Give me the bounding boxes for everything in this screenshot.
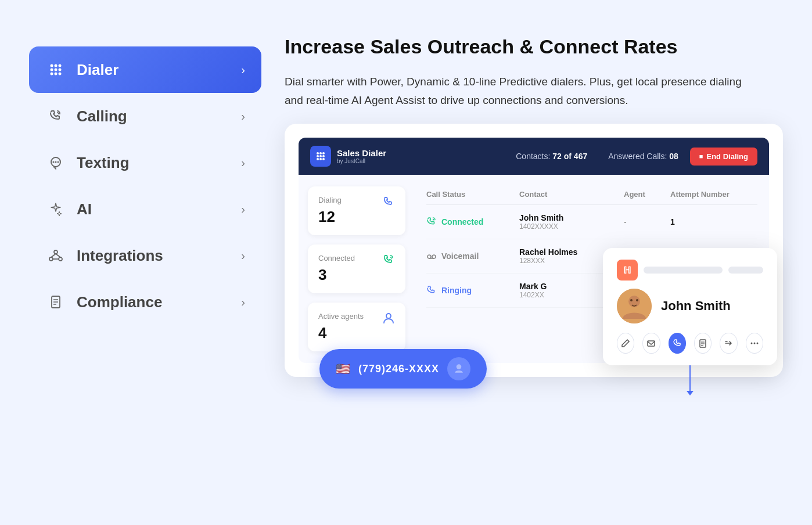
phone-bar: 🇺🇸 (779)246-XXXX [319, 349, 487, 389]
call-status-connected: Connected [426, 217, 519, 227]
dialer-icon [45, 59, 66, 80]
contacts-stat: Contacts: 72 of 467 [516, 152, 587, 161]
dialing-icon [382, 196, 395, 211]
col-call-status: Call Status [426, 190, 519, 199]
chevron-right-icon: › [241, 203, 245, 216]
sidebar-item-calling[interactable]: Calling › [29, 93, 261, 139]
sidebar-item-calling-label: Calling [77, 107, 231, 125]
svg-point-14 [49, 257, 53, 261]
sidebar-item-ai-label: AI [77, 200, 231, 218]
svg-point-29 [317, 158, 319, 160]
integrations-icon [45, 245, 66, 266]
dialer-header: Sales Dialer by JustCall Contacts: 72 of… [299, 138, 769, 175]
table-header: Call Status Contact Agent Attempt Number [426, 184, 757, 205]
svg-point-46 [750, 343, 752, 344]
chevron-right-icon: › [241, 63, 245, 77]
svg-point-5 [59, 69, 62, 71]
dialer-logo: Sales Dialer by JustCall [310, 146, 386, 167]
end-dialing-button[interactable]: End Dialing [690, 148, 757, 166]
dialer-logo-icon [310, 146, 331, 167]
sidebar-item-texting[interactable]: Texting › [29, 139, 261, 186]
active-agents-value: 4 [318, 324, 364, 342]
svg-point-3 [51, 69, 53, 71]
phone-avatar [447, 357, 470, 380]
chevron-right-icon: › [241, 249, 245, 262]
svg-point-32 [386, 314, 391, 318]
col-agent: Agent [624, 190, 670, 199]
agents-icon [382, 312, 395, 328]
svg-point-31 [322, 158, 325, 160]
svg-point-2 [59, 64, 62, 67]
contact-cell: John Smith 1402XXXXX [519, 213, 624, 231]
popup-email-button[interactable] [642, 333, 660, 354]
page-description: Dial smarter with Power, Dynamic & 10-li… [285, 73, 761, 110]
svg-rect-41 [648, 341, 655, 346]
svg-point-25 [322, 152, 325, 154]
active-agents-label: Active agents [318, 312, 364, 321]
sidebar-item-integrations[interactable]: Integrations › [29, 232, 261, 279]
call-status-ringing: Ringing [426, 285, 519, 296]
popup-transfer-button[interactable] [720, 333, 737, 354]
contact-popup: ℍ John Smith [603, 248, 777, 365]
dialer-brand-name: Sales Dialer [337, 149, 386, 159]
svg-point-39 [630, 299, 633, 301]
svg-point-28 [322, 155, 325, 157]
popup-actions [617, 333, 763, 354]
table-row: Connected John Smith 1402XXXXX - 1 [426, 205, 757, 239]
phone-flag: 🇺🇸 [336, 362, 350, 376]
svg-point-47 [753, 343, 755, 344]
chevron-right-icon: › [241, 110, 245, 123]
popup-arrow [687, 365, 694, 395]
chevron-right-icon: › [241, 156, 245, 170]
popup-edit-button[interactable] [617, 333, 634, 354]
agent-cell: - [624, 217, 670, 226]
svg-point-13 [54, 250, 58, 254]
crm-hubspot-icon: ℍ [617, 260, 638, 281]
svg-point-15 [59, 257, 62, 261]
answered-stat: Answered Calls: 08 [608, 152, 678, 161]
contacts-value: 72 of 467 [552, 152, 587, 161]
svg-point-24 [319, 152, 322, 154]
dialing-label: Dialing [318, 196, 342, 204]
svg-point-6 [51, 73, 53, 75]
svg-point-48 [756, 343, 758, 344]
stat-connected: Connected 3 [308, 244, 405, 293]
col-contact: Contact [519, 190, 624, 199]
svg-point-7 [55, 73, 58, 75]
sidebar-item-texting-label: Texting [77, 154, 231, 172]
dialer-stats: Contacts: 72 of 467 Answered Calls: 08 [516, 152, 678, 161]
connected-value: 3 [318, 266, 355, 284]
sidebar-item-compliance[interactable]: Compliance › [29, 279, 261, 325]
svg-point-8 [59, 73, 62, 75]
popup-contact-name: John Smith [661, 299, 731, 314]
dialer-brand-sub: by JustCall [337, 158, 386, 164]
sidebar-item-integrations-label: Integrations [77, 247, 231, 265]
sidebar-item-ai[interactable]: AI › [29, 186, 261, 232]
contact-avatar [617, 289, 652, 323]
svg-point-27 [319, 155, 322, 157]
popup-more-button[interactable] [746, 333, 763, 354]
ai-icon [45, 199, 66, 220]
svg-point-0 [51, 64, 53, 67]
svg-point-10 [53, 161, 55, 163]
sidebar-item-dialer-label: Dialer [77, 61, 231, 79]
svg-line-17 [56, 254, 60, 257]
dialing-value: 12 [318, 208, 342, 226]
dialer-ui-card: Sales Dialer by JustCall Contacts: 72 of… [285, 124, 783, 377]
svg-point-4 [55, 69, 58, 71]
texting-icon [45, 152, 66, 173]
popup-call-button[interactable] [669, 333, 686, 354]
page-heading: Increase Sales Outreach & Connect Rates [285, 35, 783, 59]
sidebar-item-dialer[interactable]: Dialer › [29, 46, 261, 93]
sidebar: Dialer › Calling › [29, 35, 261, 513]
stat-dialing: Dialing 12 [308, 186, 405, 235]
popup-notes-button[interactable] [694, 333, 712, 354]
svg-point-40 [636, 299, 638, 301]
chevron-right-icon: › [241, 296, 245, 309]
main-content: Increase Sales Outreach & Connect Rates … [285, 35, 783, 513]
phone-number: (779)246-XXXX [358, 363, 439, 375]
svg-point-11 [55, 161, 57, 163]
svg-point-34 [432, 255, 436, 258]
attempt-cell: 1 [670, 217, 752, 226]
call-status-voicemail: Voicemail [426, 251, 519, 261]
